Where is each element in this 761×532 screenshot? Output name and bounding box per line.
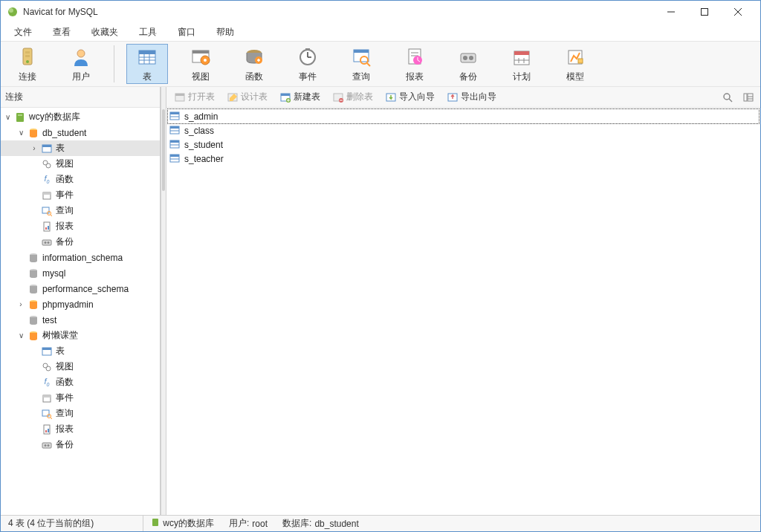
server-icon <box>151 518 160 529</box>
svg-rect-80 <box>48 429 49 432</box>
sidebar: 连接 ∨wcy的数据库 ∨db_student ›表 视图 f0函数 事件 查询… <box>1 87 161 515</box>
toolbar-divider <box>114 45 114 82</box>
svg-point-72 <box>46 366 51 371</box>
new-table-button[interactable]: 新建表 <box>276 89 323 105</box>
svg-point-82 <box>45 444 47 447</box>
svg-rect-59 <box>48 226 49 230</box>
tree-sl-view[interactable]: 视图 <box>1 359 160 374</box>
menu-window[interactable]: 窗口 <box>167 25 206 40</box>
tree-db-info-schema[interactable]: information_schema <box>1 250 160 265</box>
design-table-button[interactable]: 设计表 <box>224 89 271 105</box>
table-item-s-admin[interactable]: s_admin <box>168 109 759 123</box>
svg-point-37 <box>469 56 473 60</box>
svg-rect-97 <box>748 94 753 101</box>
toolbar-query[interactable]: 查询 <box>340 44 382 84</box>
menu-file[interactable]: 文件 <box>4 25 42 40</box>
export-wizard-button[interactable]: 导出向导 <box>444 89 499 105</box>
svg-rect-112 <box>152 519 158 526</box>
toolbar-report[interactable]: 报表 <box>394 44 435 84</box>
toolbar-user[interactable]: 用户 <box>60 44 102 84</box>
tree-sl-func[interactable]: f0函数 <box>1 374 160 390</box>
minimize-button[interactable] <box>654 1 687 23</box>
tree-folder-table[interactable]: ›表 <box>1 140 160 156</box>
expand-icon[interactable]: ∨ <box>16 128 26 138</box>
tree-folder-report[interactable]: 报表 <box>1 218 160 234</box>
report-icon <box>403 45 427 69</box>
scroll-thumb[interactable] <box>162 109 165 191</box>
import-icon <box>385 91 397 103</box>
tree-db-mysql[interactable]: mysql <box>1 265 160 281</box>
status-user: 用户: root <box>221 516 275 531</box>
delete-table-icon <box>332 91 344 103</box>
expand-icon[interactable]: › <box>16 299 26 310</box>
svg-rect-96 <box>744 94 747 101</box>
svg-rect-28 <box>354 50 369 53</box>
tree-folder-query[interactable]: 查询 <box>1 203 160 218</box>
table-item-s-class[interactable]: s_class <box>168 123 759 137</box>
tree-sl-event[interactable]: 事件 <box>1 390 160 406</box>
splitter[interactable] <box>161 87 166 515</box>
toolbar-event[interactable]: 事件 <box>287 44 328 84</box>
backup-folder-icon <box>41 439 53 451</box>
server-icon <box>14 111 26 123</box>
tree-folder-event[interactable]: 事件 <box>1 187 160 203</box>
connection-icon <box>16 45 39 69</box>
delete-table-button[interactable]: 删除表 <box>329 89 376 105</box>
toolbar-backup[interactable]: 备份 <box>447 44 489 84</box>
backup-icon <box>456 45 480 69</box>
menu-favorites[interactable]: 收藏夹 <box>81 25 129 40</box>
tree-db-student[interactable]: ∨db_student <box>1 125 160 140</box>
query-folder-icon <box>41 205 53 217</box>
tree-sl-backup[interactable]: 备份 <box>1 437 160 452</box>
import-wizard-button[interactable]: 导入向导 <box>382 89 438 105</box>
tree-folder-view[interactable]: 视图 <box>1 156 160 172</box>
table-item-s-student[interactable]: s_student <box>168 137 759 152</box>
event-icon <box>296 45 320 69</box>
table-item-s-teacher[interactable]: s_teacher <box>168 152 759 166</box>
toolbar-schedule[interactable]: 计划 <box>501 44 543 84</box>
event-folder-icon <box>41 392 53 404</box>
expand-icon[interactable]: › <box>29 143 39 154</box>
maximize-button[interactable] <box>687 1 721 23</box>
svg-rect-45 <box>16 113 24 122</box>
tree-folder-backup[interactable]: 备份 <box>1 234 160 250</box>
menu-view[interactable]: 查看 <box>42 25 81 40</box>
tree-db-test[interactable]: test <box>1 312 160 328</box>
svg-rect-88 <box>281 94 290 96</box>
model-icon <box>563 45 587 69</box>
tree-sl-table[interactable]: 表 <box>1 343 160 359</box>
report-folder-icon <box>41 424 53 435</box>
table-item-icon <box>169 153 181 165</box>
view-icon <box>189 45 213 69</box>
tree-sl-query[interactable]: 查询 <box>1 406 160 421</box>
tree-sl-report[interactable]: 报表 <box>1 421 160 437</box>
toolbar-model[interactable]: 模型 <box>554 44 596 84</box>
expand-icon[interactable]: ∨ <box>2 112 13 123</box>
toolbar-connection[interactable]: 连接 <box>7 44 48 84</box>
open-table-button[interactable]: 打开表 <box>171 89 218 105</box>
tree-db-sl[interactable]: ∨树懒课堂 <box>1 328 160 343</box>
svg-rect-26 <box>305 48 310 51</box>
menu-tools[interactable]: 工具 <box>129 25 167 40</box>
menu-help[interactable]: 帮助 <box>206 25 245 40</box>
sub-toolbar: 打开表 设计表 新建表 删除表 导入向导 导出向导 <box>166 87 760 108</box>
svg-rect-18 <box>192 51 209 53</box>
toolbar-function[interactable]: 函数 <box>233 44 275 84</box>
search-button[interactable] <box>720 90 735 105</box>
toolbar-query-label: 查询 <box>352 71 370 83</box>
svg-line-30 <box>367 63 370 66</box>
svg-rect-49 <box>42 145 51 147</box>
view-mode-button[interactable] <box>741 90 756 105</box>
main-toolbar: 连接 用户 表 视图 函数 事件 查询 报表 备份 计划 模型 <box>1 41 760 87</box>
report-folder-icon <box>41 221 53 233</box>
status-connection: wcy的数据库 <box>143 516 221 531</box>
toolbar-view[interactable]: 视图 <box>180 44 221 84</box>
close-button[interactable] <box>721 1 754 23</box>
toolbar-table[interactable]: 表 <box>126 44 168 84</box>
svg-rect-8 <box>25 55 30 57</box>
tree-db-perf-schema[interactable]: performance_schema <box>1 281 160 296</box>
tree-db-phpmyadmin[interactable]: ›phpmyadmin <box>1 296 160 312</box>
tree-root[interactable]: ∨wcy的数据库 <box>1 109 160 125</box>
tree-folder-func[interactable]: f0函数 <box>1 172 160 187</box>
expand-icon[interactable]: ∨ <box>16 331 26 341</box>
